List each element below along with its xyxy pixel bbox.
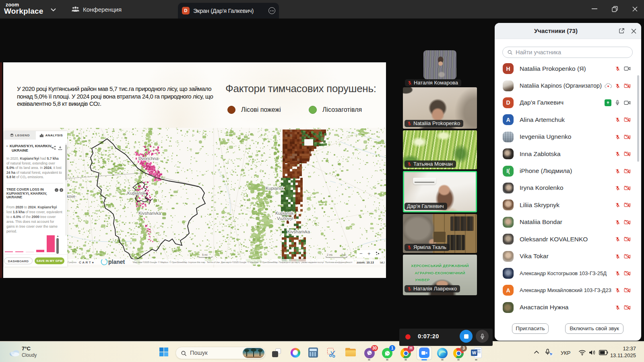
svg-text:Kivsharivka: Kivsharivka	[138, 211, 161, 216]
svg-text:planet: planet	[108, 259, 125, 265]
svg-text:lat,l: lat,l	[380, 261, 385, 264]
svg-text:−: −	[359, 251, 363, 257]
svg-text:Kupiansk: Kupiansk	[266, 186, 284, 191]
svg-text:Kivsharivka: Kivsharivka	[287, 229, 310, 234]
svg-text:zoom: 10.13: zoom: 10.13	[357, 261, 374, 264]
svg-text:Графіка: Графіка	[68, 261, 77, 263]
svg-text:Kupiansk-: Kupiansk-	[275, 211, 295, 216]
svg-text:kove: kove	[67, 194, 76, 199]
svg-text:Map data ©2025 Google © Mapbo: Map data ©2025 Google © Mapbox © OpenStr…	[133, 261, 352, 263]
svg-text:Kupiansk: Kupiansk	[127, 191, 146, 195]
svg-text:2 m: 2 m	[341, 253, 346, 256]
svg-text:Dvorichna: Dvorichna	[138, 156, 159, 161]
svg-text:+: +	[367, 251, 371, 257]
svg-text:Vuzlovyi: Vuzlovyi	[277, 216, 293, 221]
svg-text:5 mi: 5 mi	[202, 253, 208, 256]
svg-text:CART●: CART●	[79, 261, 95, 264]
svg-text:2 mi: 2 mi	[327, 253, 332, 256]
